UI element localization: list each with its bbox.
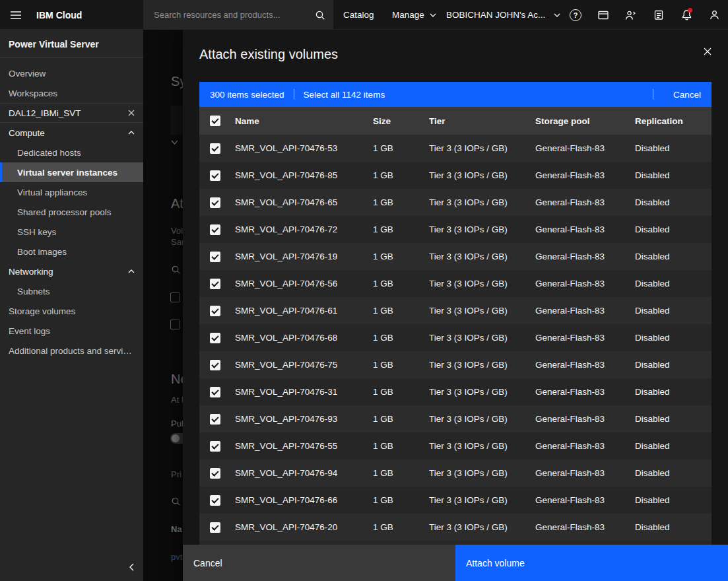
close-icon[interactable]	[128, 110, 135, 116]
row-checkbox[interactable]	[210, 197, 220, 208]
sidebar-section-compute[interactable]: Compute	[0, 123, 143, 143]
cell-size: 1 GB	[373, 522, 429, 532]
row-checkbox[interactable]	[210, 306, 220, 316]
sidebar-item-workspace-selected[interactable]: DAL12_IBMi_SVT	[0, 103, 143, 123]
table-row[interactable]: SMR_VOL_API-70476-75 1 GB Tier 3 (3 IOPs…	[199, 351, 711, 378]
sidebar-item-workspaces[interactable]: Workspaces	[0, 83, 143, 103]
table-row[interactable]: SMR_VOL_API-70476-94 1 GB Tier 3 (3 IOPs…	[199, 460, 711, 487]
row-checkbox[interactable]	[210, 387, 220, 397]
cell-name: SMR_VOL_API-70476-56	[235, 279, 373, 289]
account-label: BOBICHAN JOHN's Ac...	[446, 10, 545, 20]
sidebar-item-storage-volumes[interactable]: Storage volumes	[0, 301, 143, 321]
cell-pool: General-Flash-83	[535, 414, 635, 424]
sidebar-item-boot-images[interactable]: Boot images	[0, 242, 143, 261]
sidebar-item-overview[interactable]: Overview	[0, 63, 143, 83]
cell-tier: Tier 3 (3 IOPs / GB)	[429, 360, 535, 370]
row-checkbox[interactable]	[210, 143, 220, 154]
cell-tier: Tier 3 (3 IOPs / GB)	[429, 414, 535, 424]
cell-name: SMR_VOL_API-70476-68	[235, 333, 373, 343]
row-checkbox[interactable]	[210, 495, 220, 506]
close-icon[interactable]	[697, 41, 718, 62]
cell-name: SMR_VOL_API-70476-31	[235, 387, 373, 397]
row-checkbox[interactable]	[210, 441, 220, 452]
select-all-button[interactable]: Select all 1142 items	[304, 90, 385, 100]
profile-avatar-icon[interactable]	[700, 0, 728, 30]
row-checkbox[interactable]	[210, 414, 220, 425]
cell-tier: Tier 3 (3 IOPs / GB)	[429, 197, 535, 207]
column-name[interactable]: Name	[235, 116, 373, 126]
account-menu[interactable]: BOBICHAN JOHN's Ac...	[446, 0, 560, 30]
cell-replication: Disabled	[635, 170, 711, 180]
table-row[interactable]: SMR_VOL_API-70476-55 1 GB Tier 3 (3 IOPs…	[199, 432, 711, 460]
table-row[interactable]: SMR_VOL_API-70476-56 1 GB Tier 3 (3 IOPs…	[199, 270, 711, 297]
row-checkbox[interactable]	[210, 333, 220, 343]
window-icon[interactable]	[589, 0, 617, 30]
table-row[interactable]: SMR_VOL_API-70476-66 1 GB Tier 3 (3 IOPs…	[199, 487, 711, 514]
user-chat-icon[interactable]	[617, 0, 645, 30]
ibm-cloud-logo[interactable]: IBM Cloud	[36, 0, 82, 30]
sidebar-item-virtual-server-instances[interactable]: Virtual server instances	[0, 162, 143, 182]
column-size[interactable]: Size	[373, 116, 429, 126]
cell-pool: General-Flash-83	[535, 170, 635, 180]
help-icon[interactable]: ?	[562, 0, 589, 30]
notifications-icon[interactable]	[673, 0, 700, 30]
batch-action-bar: 300 items selected Select all 1142 items…	[199, 82, 711, 107]
table-row[interactable]: SMR_VOL_API-70476-93 1 GB Tier 3 (3 IOPs…	[199, 405, 711, 432]
sidebar-item-additional-products[interactable]: Additional products and services	[0, 341, 143, 360]
row-checkbox[interactable]	[210, 522, 220, 533]
row-checkbox[interactable]	[210, 252, 220, 262]
column-tier[interactable]: Tier	[429, 116, 535, 126]
cell-replication: Disabled	[635, 279, 711, 289]
cell-name: SMR_VOL_API-70476-65	[235, 197, 373, 207]
cell-tier: Tier 3 (3 IOPs / GB)	[429, 170, 535, 180]
cell-size: 1 GB	[373, 252, 429, 261]
notification-badge	[688, 8, 692, 13]
catalog-link[interactable]: Catalog	[343, 0, 374, 30]
table-row[interactable]: SMR_VOL_API-70476-19 1 GB Tier 3 (3 IOPs…	[199, 243, 711, 270]
cancel-button[interactable]: Cancel	[183, 545, 455, 581]
attach-volume-button[interactable]: Attach volume	[455, 545, 728, 581]
cell-replication: Disabled	[635, 197, 711, 207]
table-row[interactable]: SMR_VOL_API-70476-53 1 GB Tier 3 (3 IOPs…	[199, 135, 711, 162]
row-checkbox[interactable]	[210, 170, 220, 181]
column-replication[interactable]: Replication	[635, 116, 711, 126]
cell-replication: Disabled	[635, 360, 711, 370]
table-row[interactable]: SMR_VOL_API-70476-20 1 GB Tier 3 (3 IOPs…	[199, 514, 711, 541]
selected-count: 300 items selected	[210, 90, 284, 100]
cell-size: 1 GB	[373, 224, 429, 234]
search-icon[interactable]	[307, 0, 333, 30]
cell-replication: Disabled	[635, 306, 711, 316]
select-all-checkbox[interactable]	[210, 116, 220, 126]
sidebar-item-virtual-appliances[interactable]: Virtual appliances	[0, 182, 143, 202]
sidebar-item-ssh-keys[interactable]: SSH keys	[0, 222, 143, 242]
table-row[interactable]: SMR_VOL_API-70476-68 1 GB Tier 3 (3 IOPs…	[199, 324, 711, 351]
row-checkbox[interactable]	[210, 360, 220, 370]
ibm-cloud-app: IBM Cloud Catalog Manage BOBICHAN JOHN's…	[0, 0, 728, 581]
menu-icon[interactable]	[0, 0, 32, 30]
table-row[interactable]: SMR_VOL_API-70476-85 1 GB Tier 3 (3 IOPs…	[199, 162, 711, 189]
cell-replication: Disabled	[635, 441, 711, 451]
sidebar-item-event-logs[interactable]: Event logs	[0, 321, 143, 341]
row-checkbox[interactable]	[210, 468, 220, 479]
manage-menu[interactable]: Manage	[392, 0, 436, 30]
task-list-icon[interactable]	[645, 0, 673, 30]
sidebar-item-dedicated-hosts[interactable]: Dedicated hosts	[0, 143, 143, 162]
sidebar-item-subnets[interactable]: Subnets	[0, 281, 143, 301]
sidebar-section-networking[interactable]: Networking	[0, 261, 143, 281]
modal-title: Attach existing volumes	[199, 47, 338, 62]
cell-tier: Tier 3 (3 IOPs / GB)	[429, 252, 535, 261]
batch-cancel-button[interactable]: Cancel	[673, 90, 701, 100]
cell-tier: Tier 3 (3 IOPs / GB)	[429, 143, 535, 153]
table-row[interactable]: SMR_VOL_API-70476-61 1 GB Tier 3 (3 IOPs…	[199, 297, 711, 324]
column-storage-pool[interactable]: Storage pool	[535, 116, 635, 126]
search-input[interactable]	[143, 10, 307, 20]
cell-name: SMR_VOL_API-70476-61	[235, 306, 373, 316]
row-checkbox[interactable]	[210, 279, 220, 289]
row-checkbox[interactable]	[210, 224, 220, 235]
sidebar-item-shared-processor-pools[interactable]: Shared processor pools	[0, 202, 143, 222]
table-row[interactable]: SMR_VOL_API-70476-72 1 GB Tier 3 (3 IOPs…	[199, 216, 711, 243]
table-row[interactable]: SMR_VOL_API-70476-65 1 GB Tier 3 (3 IOPs…	[199, 189, 711, 216]
table-row[interactable]: SMR_VOL_API-70476-31 1 GB Tier 3 (3 IOPs…	[199, 378, 711, 405]
cell-tier: Tier 3 (3 IOPs / GB)	[429, 279, 535, 289]
sidenav-collapse-button[interactable]	[0, 553, 143, 581]
